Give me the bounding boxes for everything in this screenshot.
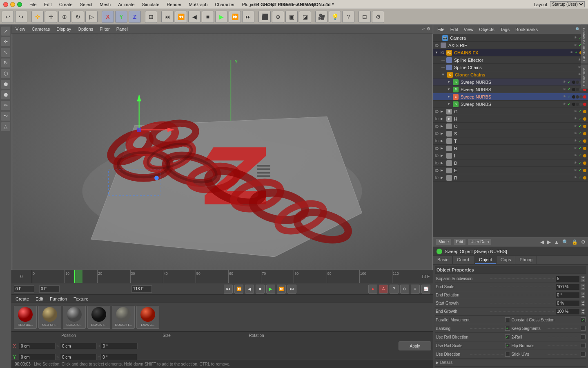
obj-g[interactable]: lO ▶ G G 👁 ✓ (433, 108, 588, 115)
tool-live-sel[interactable]: ⬡ (1, 69, 11, 79)
tool-paint[interactable]: ✏ (1, 101, 11, 110)
attr-banking-checkbox[interactable]: ✓ (505, 326, 510, 331)
viewport-menu-cameras[interactable]: Cameras (30, 26, 52, 32)
play-forward-button[interactable]: ▶ (266, 285, 275, 294)
menu-mesh[interactable]: Mesh (96, 1, 114, 8)
attr-isoparm-up[interactable]: ▲ (581, 276, 586, 279)
menu-edit[interactable]: Edit (41, 1, 55, 8)
om-view-menu[interactable]: View (462, 26, 475, 33)
tool-scale[interactable]: ⤡ (1, 47, 11, 57)
attr-start-growth-value[interactable] (555, 300, 580, 307)
attr-arrow-next-icon[interactable]: ▶ (547, 239, 551, 245)
tool-select[interactable]: ↗ (1, 26, 11, 36)
attr-parallel-checkbox[interactable] (505, 317, 510, 322)
timeline-playhead[interactable] (74, 270, 75, 283)
rotate-tool-button[interactable]: ↻ (72, 11, 84, 23)
attr-end-rotation-up[interactable]: ▲ (581, 292, 586, 295)
object-list[interactable]: 📷 Camera 👁 ✓ lO AXIS RIF 👁 ✓ (433, 34, 588, 237)
x-axis-button[interactable]: X (102, 11, 114, 23)
viewport-maximize-icon[interactable]: ⤢ (422, 27, 425, 31)
mat-create-menu[interactable]: Create (14, 296, 31, 302)
attr-const-cross-checkbox[interactable]: ✓ (581, 317, 586, 322)
move-tool-button[interactable]: ✛ (45, 11, 57, 23)
obj-chains-expand-arrow[interactable]: ▼ (435, 51, 439, 54)
attr-two-rail-checkbox[interactable] (581, 334, 586, 339)
world-coord-button[interactable]: ⊞ (145, 11, 157, 23)
obj-r-2[interactable]: lO ▶ R 👁 ✓ (433, 174, 588, 182)
timeline-ruler[interactable]: 0 0102030405060708090100110 13 F (11, 270, 433, 283)
attr-isoparm-down[interactable]: ▼ (581, 279, 586, 282)
pos-y-input[interactable] (19, 354, 56, 360)
attr-tab-basic[interactable]: Basic (433, 256, 453, 264)
tool-poly-sel[interactable]: ⬢ (1, 79, 11, 89)
om-tags-menu[interactable]: Tags (499, 26, 511, 33)
om-objects-menu[interactable]: Objects (477, 26, 496, 33)
size-y-input[interactable] (60, 354, 97, 360)
apply-button[interactable]: Apply (399, 341, 431, 350)
next-frame-button[interactable]: ⏩ (229, 11, 241, 23)
menu-animate[interactable]: Animate (115, 1, 138, 8)
end-button[interactable]: ⏭ (242, 11, 254, 23)
minimize-button[interactable] (10, 2, 15, 7)
attr-end-growth-down[interactable]: ▼ (581, 312, 586, 315)
viewport-menu-view[interactable]: View (14, 26, 27, 32)
om-file-menu[interactable]: File (436, 26, 446, 33)
attr-search-icon[interactable]: 🔍 (562, 239, 568, 245)
go-start-button[interactable]: ⏮ (224, 285, 233, 294)
auto-key-button[interactable]: A (379, 285, 388, 294)
play-back-button[interactable]: ◀ (188, 11, 200, 23)
menu-create[interactable]: Create (56, 1, 76, 8)
attr-use-rail-dir-checkbox[interactable]: ✓ (505, 334, 510, 339)
timeline-track[interactable]: 0102030405060708090100110 (32, 270, 418, 283)
obj-chains-fx[interactable]: ▼ lO FX CHAINS FX 👁 ✓ (433, 49, 588, 56)
end-frame-input[interactable] (131, 285, 152, 293)
undo-button[interactable]: ↩ (2, 11, 14, 23)
z-axis-button[interactable]: Z (129, 11, 141, 23)
mat-edit-menu[interactable]: Edit (34, 296, 45, 302)
attr-edit-menu[interactable]: Edit (453, 238, 466, 245)
viewport-menu-options[interactable]: Options (76, 26, 95, 32)
motion-tracking-button[interactable]: ⊙ (400, 285, 409, 294)
menu-simulate[interactable]: Simulate (139, 1, 163, 8)
attr-tab-caps[interactable]: Caps (497, 256, 516, 264)
tab-content-browser[interactable]: Content Browser (581, 25, 588, 64)
obj-g-arrow[interactable]: ▶ (441, 110, 445, 113)
layout-mgr-button[interactable]: ⊟ (359, 11, 371, 23)
go-end-button[interactable]: ⏭ (287, 285, 296, 294)
obj-camera[interactable]: 📷 Camera 👁 ✓ (433, 34, 588, 42)
mat-function-menu[interactable]: Function (48, 296, 69, 302)
maximize-button[interactable] (17, 2, 22, 7)
tab-structure[interactable]: Structure (581, 65, 588, 89)
size-x-input[interactable] (60, 343, 97, 349)
obj-d[interactable]: lO ▶ D 👁 ✓ (433, 159, 588, 167)
tool-sculpt[interactable]: △ (1, 122, 11, 132)
obj-i[interactable]: lO ▶ I 👁 ✓ (433, 152, 588, 159)
render-settings-button[interactable]: ⚙ (372, 11, 384, 23)
close-button[interactable] (3, 2, 8, 7)
attr-flip-normals-checkbox[interactable] (581, 343, 586, 348)
obj-s[interactable]: lO ▶ S 👁 ✓ (433, 130, 588, 137)
redo-button[interactable]: ↪ (15, 11, 27, 23)
attr-use-direction-checkbox[interactable] (505, 352, 510, 357)
attr-end-rotation-down[interactable]: ▼ (581, 295, 586, 298)
camera-button[interactable]: 🎥 (315, 11, 327, 23)
menu-character[interactable]: Character (212, 1, 238, 8)
obj-sweep-nurbs-1[interactable]: ▼ S Sweep NURBS 👁 ✓ (433, 79, 588, 86)
play-fwd-button[interactable]: ▶ (215, 11, 227, 23)
attr-end-rotation-value[interactable] (555, 292, 580, 298)
front-view-button[interactable]: ◪ (299, 11, 311, 23)
prev-key-button[interactable]: ⏪ (234, 285, 243, 294)
live-select-button[interactable]: ▷ (85, 11, 98, 23)
attr-end-growth-up[interactable]: ▲ (581, 308, 586, 312)
attr-start-growth-down[interactable]: ▼ (581, 303, 586, 307)
attr-mode-menu[interactable]: Mode (436, 238, 452, 245)
play-back-button[interactable]: ◀ (245, 285, 254, 294)
attr-end-scale-value[interactable] (555, 284, 580, 290)
record-button[interactable]: ⏮ (161, 11, 174, 23)
viewport-menu-panel[interactable]: Panel (115, 26, 129, 32)
viewport-settings-icon[interactable]: ⚙ (427, 27, 430, 31)
om-bookmarks-menu[interactable]: Bookmarks (514, 26, 539, 33)
curve-editor-btn[interactable]: 📈 (421, 285, 430, 294)
obj-e[interactable]: lO ▶ E 👁 ✓ (433, 167, 588, 174)
material-rough[interactable]: ROUGH I... (112, 306, 135, 329)
